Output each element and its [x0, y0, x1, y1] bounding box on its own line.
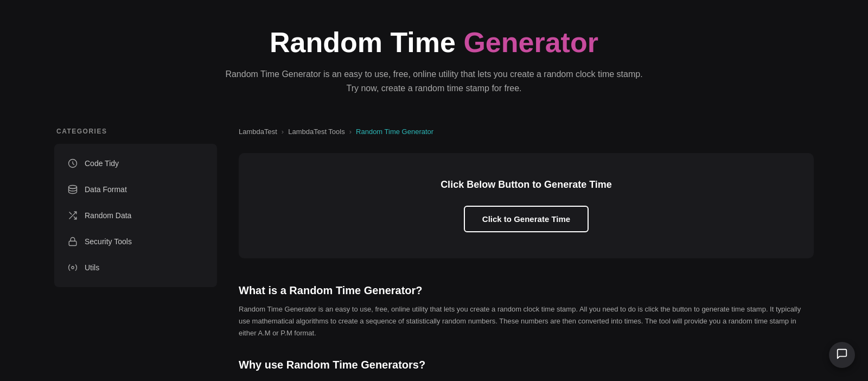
svg-line-3	[69, 212, 72, 214]
breadcrumb-sep-2: ›	[349, 128, 352, 136]
info-text-what: Random Time Generator is an easy to use,…	[239, 303, 814, 339]
breadcrumb-sep-1: ›	[282, 128, 284, 136]
breadcrumb: LambdaTest › LambdaTest Tools › Random T…	[239, 128, 814, 136]
categories-label: CATEGORIES	[54, 128, 217, 135]
generate-button[interactable]: Click to Generate Time	[464, 206, 589, 232]
breadcrumb-lambdatest[interactable]: LambdaTest	[239, 128, 277, 136]
chat-bubble[interactable]	[829, 342, 855, 368]
sidebar-item-security-tools[interactable]: Security Tools	[54, 228, 217, 255]
hero-section: Random Time Generator Random Time Genera…	[0, 0, 868, 117]
info-section-why: Why use Random Time Generators? Random T…	[239, 359, 814, 381]
main-content: LambdaTest › LambdaTest Tools › Random T…	[239, 128, 814, 381]
page-title: Random Time Generator	[11, 26, 857, 59]
data-format-icon	[67, 184, 78, 195]
info-text-why: Random Time Generators can be used for v…	[239, 378, 814, 381]
breadcrumb-lambdatest-tools[interactable]: LambdaTest Tools	[288, 128, 345, 136]
hero-subtitle: Random Time Generator is an easy to use,…	[222, 67, 646, 95]
title-pink: Generator	[463, 27, 598, 58]
code-tidy-icon	[67, 158, 78, 169]
sidebar-item-utils[interactable]: Utils	[54, 255, 217, 281]
breadcrumb-current: Random Time Generator	[356, 128, 433, 136]
security-tools-icon	[67, 236, 78, 247]
generator-instruction: Click Below Button to Generate Time	[256, 179, 796, 190]
main-layout: CATEGORIES Code Tidy Data Format	[0, 128, 868, 381]
random-data-icon	[67, 210, 78, 221]
sidebar-item-label-code-tidy: Code Tidy	[85, 159, 119, 168]
info-section-what: What is a Random Time Generator? Random …	[239, 284, 814, 339]
sidebar-menu: Code Tidy Data Format Random Data	[54, 144, 217, 287]
sidebar-item-label-security-tools: Security Tools	[85, 237, 132, 246]
sidebar-item-data-format[interactable]: Data Format	[54, 176, 217, 202]
generator-card: Click Below Button to Generate Time Clic…	[239, 153, 814, 258]
info-heading-why: Why use Random Time Generators?	[239, 359, 814, 371]
sidebar-item-code-tidy[interactable]: Code Tidy	[54, 150, 217, 176]
chat-icon	[836, 348, 848, 363]
sidebar: CATEGORIES Code Tidy Data Format	[54, 128, 217, 381]
svg-rect-4	[69, 241, 76, 245]
sidebar-item-random-data[interactable]: Random Data	[54, 202, 217, 228]
sidebar-item-label-utils: Utils	[85, 263, 99, 272]
sidebar-item-label-random-data: Random Data	[85, 211, 131, 220]
utils-icon	[67, 262, 78, 273]
title-white: Random Time	[270, 27, 456, 58]
sidebar-item-label-data-format: Data Format	[85, 185, 127, 194]
info-heading-what: What is a Random Time Generator?	[239, 284, 814, 297]
svg-point-5	[72, 266, 74, 269]
